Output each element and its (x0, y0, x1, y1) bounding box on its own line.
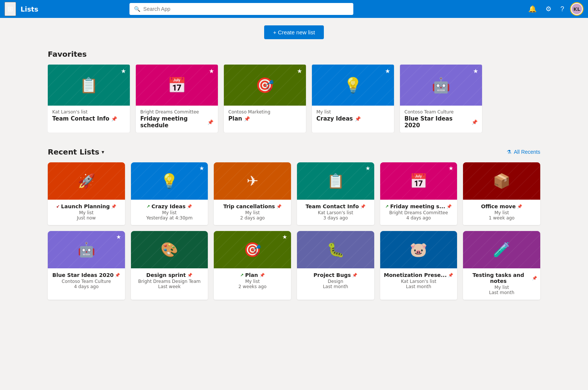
recent-card-name: ↗Plan 📌 (237, 272, 268, 278)
recent-chevron-icon[interactable]: ▾ (101, 149, 104, 155)
fav-card-owner: Contoso Team Culture (404, 109, 478, 115)
settings-button[interactable]: ⚙ (542, 3, 554, 15)
recent-card[interactable]: ★ 📋 Team Contact Info 📌 Kat Larson's lis… (297, 162, 374, 225)
recent-card-owner: My list (79, 210, 94, 215)
favorites-card[interactable]: ★ 📋 Kat Larson's list Team Contact Info … (48, 65, 130, 132)
main-content: + Create new list Favorites ★ 📋 Kat Lars… (33, 18, 555, 316)
fav-card-body: Contoso Marketing Plan 📌 (224, 106, 306, 126)
fav-card-owner: Bright Dreams Committee (140, 109, 213, 115)
recent-card[interactable]: ✈ Trip cancellations 📌 My list 2 days ag… (214, 162, 291, 225)
recent-card-time: Last month (323, 284, 348, 289)
share-icon: 📌 (115, 273, 120, 278)
recent-card-image-2: ✈ (214, 162, 291, 200)
recent-card-time: 1 week ago (489, 215, 514, 221)
recent-card-name: Trip cancellations 📌 (220, 203, 285, 209)
recent-card-time: 2 days ago (240, 215, 265, 221)
recent-card[interactable]: ★ 💡 ↗Crazy Ideas 📌 My list Yesterday at … (131, 162, 208, 225)
recent-card[interactable]: 🐛 Project Bugs 📌 Design Last month (297, 231, 374, 300)
star-icon: ★ (282, 234, 287, 240)
recent-card[interactable]: 📦 Office move 📌 My list 1 week ago (463, 162, 540, 225)
recent-card-owner: My list (245, 210, 260, 215)
recent-section-header: Recent Lists ▾ ⚗ All Recents (48, 147, 540, 156)
recent-card-time: 3 days ago (323, 215, 348, 221)
star-icon: ★ (209, 68, 214, 75)
trend-up-icon: ↗ (240, 273, 244, 278)
help-button[interactable]: ? (557, 3, 567, 15)
favorites-card[interactable]: ★ 📅 Bright Dreams Committee Friday meeti… (136, 65, 218, 132)
recent-card-image-10: 🐷 (380, 231, 457, 268)
create-btn-wrapper: + Create new list (48, 25, 540, 39)
fav-card-image-0: ★ 📋 (48, 65, 130, 106)
create-new-list-button[interactable]: + Create new list (264, 25, 324, 39)
notifications-button[interactable]: 🔔 (525, 3, 539, 15)
recent-card-image-0: 🚀 (48, 162, 125, 200)
share-icon: 📌 (352, 273, 357, 278)
recent-card[interactable]: 🐷 Monetization Prese... 📌 Kat Larson's l… (380, 231, 457, 300)
recent-card-name: Design sprint 📌 (143, 272, 196, 278)
recent-card-owner: Kat Larson's list (401, 279, 437, 284)
recent-card-name: ↙Launch Planning 📌 (53, 203, 119, 209)
recent-card-time: 2 weeks ago (238, 284, 266, 289)
fav-card-body: Bright Dreams Committee Friday meeting s… (136, 106, 218, 132)
recent-card[interactable]: ★ 📅 ↗Friday meeting s... 📌 Bright Dreams… (380, 162, 457, 225)
recent-card[interactable]: ★ 🤖 Blue Star Ideas 2020 📌 Contoso Team … (48, 231, 125, 300)
user-avatar-button[interactable]: KL (570, 2, 584, 16)
recent-card-image-7: 🎨 (131, 231, 208, 268)
star-icon: ★ (199, 165, 204, 172)
trend-up-icon: ↗ (385, 204, 389, 209)
waffle-menu-button[interactable]: ⊞ (4, 2, 16, 16)
pin-icon: 📌 (355, 116, 361, 122)
fav-card-name: Friday meeting schedule 📌 (140, 115, 213, 129)
recent-card-time: Last month (489, 290, 514, 295)
fav-card-body: Kat Larson's list Team Contact Info 📌 (48, 106, 130, 126)
share-icon: 📌 (360, 204, 366, 209)
star-icon: ★ (385, 68, 390, 75)
share-icon: 📌 (532, 276, 537, 281)
recent-card[interactable]: 🧪 Testing tasks and notes 📌 My list Last… (463, 231, 540, 300)
recent-card-time: Last week (158, 284, 181, 289)
star-icon: ★ (297, 68, 302, 75)
app-title: Lists (21, 5, 38, 13)
recent-card-time: Last month (406, 284, 431, 289)
star-icon: ★ (448, 165, 453, 172)
fav-card-name: Blue Star Ideas 2020 📌 (404, 115, 478, 129)
recent-card-owner: Bright Dreams Committee (389, 210, 448, 215)
share-icon: 📌 (111, 204, 116, 209)
search-bar: 🔍 (129, 3, 353, 15)
trend-up-icon: ↗ (147, 204, 150, 209)
recent-card[interactable]: 🚀 ↙Launch Planning 📌 My list Just now (48, 162, 125, 225)
favorites-card[interactable]: ★ 🎯 Contoso Marketing Plan 📌 (224, 65, 306, 132)
share-icon: 📌 (447, 204, 452, 209)
recent-card[interactable]: 🎨 Design sprint 📌 Bright Dreams Design T… (131, 231, 208, 300)
recent-card-image-3: ★ 📋 (297, 162, 374, 200)
favorites-title: Favorites (48, 50, 540, 59)
recent-card-time: 4 days ago (74, 284, 98, 289)
favorites-card[interactable]: ★ 🤖 Contoso Team Culture Blue Star Ideas… (400, 65, 482, 132)
fav-card-owner: My list (316, 109, 390, 115)
all-recents-button[interactable]: ⚗ All Recents (507, 149, 540, 155)
share-icon: 📌 (517, 204, 522, 209)
favorites-card[interactable]: ★ 💡 My list Crazy Ideas 📌 (312, 65, 394, 132)
fav-card-name: Plan 📌 (228, 115, 301, 122)
recent-card-name: Project Bugs 📌 (310, 272, 360, 278)
app-header: ⊞ Lists 🔍 🔔 ⚙ ? KL (0, 0, 588, 18)
share-icon: 📌 (260, 273, 265, 278)
fav-card-image-3: ★ 💡 (312, 65, 394, 106)
share-icon: 📌 (448, 273, 453, 278)
recent-card-image-4: ★ 📅 (380, 162, 457, 200)
recent-card-image-11: 🧪 (463, 231, 540, 268)
recent-card-name: ↗Crazy Ideas 📌 (144, 203, 196, 209)
fav-card-owner: Kat Larson's list (52, 109, 125, 115)
recent-card[interactable]: ★ 🎯 ↗Plan 📌 My list 2 weeks ago (214, 231, 291, 300)
pin-icon: 📌 (244, 116, 250, 122)
recent-card-name: Testing tasks and notes 📌 (463, 272, 540, 284)
fav-card-name: Team Contact Info 📌 (52, 115, 125, 122)
recent-card-owner: My list (245, 279, 260, 284)
share-icon: 📌 (276, 204, 282, 209)
search-input[interactable] (143, 6, 349, 12)
all-recents-label: All Recents (514, 149, 540, 155)
recent-card-owner: Bright Dreams Design Team (138, 279, 201, 284)
recent-card-owner: My list (494, 210, 509, 215)
recent-card-image-6: ★ 🤖 (48, 231, 125, 268)
star-icon: ★ (116, 234, 121, 240)
